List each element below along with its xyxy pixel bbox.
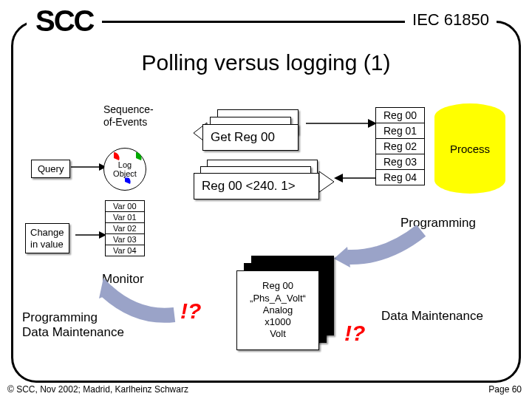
programming-label: Programming xyxy=(400,216,476,231)
pm-l1: Programming xyxy=(22,310,98,324)
log-object-circle: Log Object xyxy=(103,148,146,191)
seq-l1: Sequence- xyxy=(103,103,154,115)
process-label: Process xyxy=(450,143,490,155)
scroll-l1: Reg 00 xyxy=(262,280,293,291)
seq-l2: of-Events xyxy=(103,116,147,128)
data-maintenance-label: Data Maintenance xyxy=(381,309,483,324)
standard-label: IEC 61850 xyxy=(405,10,497,30)
scroll-l3: Analog xyxy=(263,304,293,316)
scroll-l2: „Phs_A_Volt“ xyxy=(250,293,306,304)
resp-reg-tag-front: Reg 00 <240. 1> xyxy=(194,173,319,200)
var-row: Var 00 xyxy=(106,201,144,212)
reg-row: Reg 00 xyxy=(376,108,424,123)
bang-left: !? xyxy=(180,299,201,324)
programming-data-maintenance-left: Programming Data Maintenance xyxy=(22,310,124,341)
reg-row: Reg 02 xyxy=(376,139,424,154)
log-l1: Log xyxy=(118,160,132,169)
var-row: Var 04 xyxy=(106,245,144,256)
var-row: Var 03 xyxy=(106,234,144,245)
footer-copyright: © SCC, Nov 2002; Madrid, Karlheinz Schwa… xyxy=(7,384,188,395)
reg-row: Reg 01 xyxy=(376,123,424,139)
var-table: Var 00 Var 01 Var 02 Var 03 Var 04 xyxy=(105,200,145,256)
process-cylinder: Process xyxy=(434,103,505,194)
sequence-of-events-label: Sequence- of-Events xyxy=(103,103,154,129)
footer-page: Page 60 xyxy=(488,384,522,395)
monitor-label: Monitor xyxy=(102,272,144,287)
scroll-front: Reg 00 „Phs_A_Volt“ Analog x1000 Volt xyxy=(236,270,319,350)
scroll-l4: x1000 xyxy=(265,316,290,327)
scroll-l5: Volt xyxy=(270,328,286,339)
get-reg-tag-front: Get Reg 00 xyxy=(202,124,299,151)
query-box: Query xyxy=(31,160,70,178)
reg-table: Reg 00 Reg 01 Reg 02 Reg 03 Reg 04 xyxy=(375,107,425,185)
page-title: Polling versus logging (1) xyxy=(0,50,532,75)
bang-right: !? xyxy=(344,321,365,346)
change-l2: in value xyxy=(30,239,64,250)
change-l1: Change xyxy=(30,227,64,238)
var-row: Var 02 xyxy=(106,223,144,234)
reg-row: Reg 04 xyxy=(376,170,424,185)
var-row: Var 01 xyxy=(106,212,144,223)
reg-row: Reg 03 xyxy=(376,154,424,170)
log-l2: Object xyxy=(113,169,137,178)
logo: SCC xyxy=(27,4,102,38)
pm-l2: Data Maintenance xyxy=(22,325,124,339)
change-in-value-box: Change in value xyxy=(25,223,69,253)
